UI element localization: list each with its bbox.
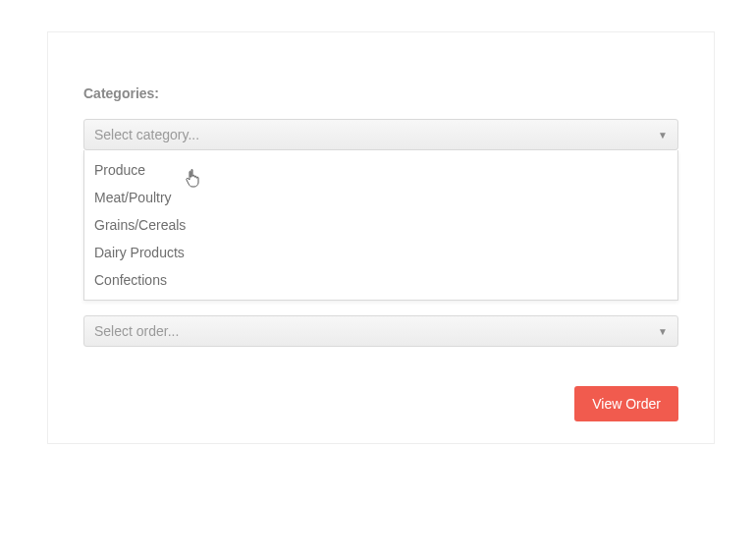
category-option-confections[interactable]: Confections xyxy=(84,266,677,294)
button-row: View Order xyxy=(83,386,678,421)
category-dropdown-wrapper: Select category... ▼ Produce Meat/Poultr… xyxy=(83,119,678,150)
categories-label: Categories: xyxy=(83,85,678,101)
category-option-dairy-products[interactable]: Dairy Products xyxy=(84,239,677,266)
category-dropdown-panel: Produce Meat/Poultry Grains/Cereals Dair… xyxy=(83,150,678,301)
category-option-produce[interactable]: Produce xyxy=(84,156,677,184)
category-dropdown[interactable]: Select category... ▼ xyxy=(83,119,678,150)
order-dropdown[interactable]: Select order... ▼ xyxy=(83,315,678,347)
order-dropdown-wrapper: Select order... ▼ xyxy=(83,315,678,347)
order-dropdown-placeholder: Select order... xyxy=(94,323,179,339)
category-option-grains-cereals[interactable]: Grains/Cereals xyxy=(84,211,677,239)
chevron-down-icon: ▼ xyxy=(658,130,668,140)
category-dropdown-placeholder: Select category... xyxy=(94,127,199,142)
form-card: Categories: Select category... ▼ Produce… xyxy=(47,31,715,444)
chevron-down-icon: ▼ xyxy=(658,326,668,337)
category-option-meat-poultry[interactable]: Meat/Poultry xyxy=(84,184,677,211)
view-order-button[interactable]: View Order xyxy=(574,386,678,421)
